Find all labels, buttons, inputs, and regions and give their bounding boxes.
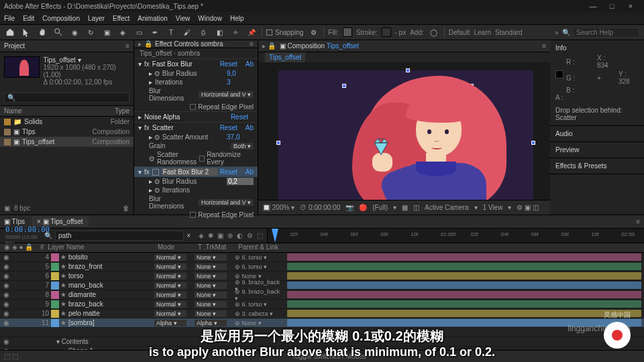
snapping-toggle[interactable]: Snapping xyxy=(266,29,303,36)
view-dropdown[interactable]: 1 View xyxy=(483,204,503,211)
menu-composition[interactable]: Composition xyxy=(42,15,80,22)
blur-dim2-dropdown[interactable]: Horizontal and V ▾ xyxy=(199,199,254,206)
randomize-checkbox[interactable]: Randomize Every xyxy=(199,151,254,166)
menu-view[interactable]: View xyxy=(176,15,191,22)
viewer-opts-icon[interactable]: ⚙ ▣ ◫ xyxy=(517,204,539,211)
layer-row[interactable]: ◉ 7★ mano_back Normal ▾ None ▾ ⊚ 9. braz… xyxy=(0,281,644,290)
menu-effect[interactable]: Effect xyxy=(113,15,129,22)
timeline-tab-tips[interactable]: ▣ TIps xyxy=(4,218,25,225)
effect-controls-tab[interactable]: Effect Controls sombra xyxy=(155,40,223,48)
playhead[interactable] xyxy=(272,229,278,243)
fx-title-noise-alpha[interactable]: ▸Noise AlphaReset xyxy=(134,112,258,122)
timecode[interactable]: 0:00:00:00 xyxy=(0,225,40,234)
reset-link[interactable]: Reset xyxy=(220,60,237,68)
menu-layer[interactable]: Layer xyxy=(88,15,105,22)
project-row-tips-offset[interactable]: ▣Tips_offsetComposition xyxy=(0,137,133,147)
camera-tool-icon[interactable]: ▣ xyxy=(101,26,113,38)
viewer-canvas[interactable] xyxy=(258,62,550,200)
blur-dim-dropdown[interactable]: Horizontal and V ▾ xyxy=(199,91,254,98)
preview-panel-tab[interactable]: Preview xyxy=(550,142,644,158)
clear-search-icon[interactable]: × xyxy=(186,232,191,239)
workspace-default[interactable]: Default xyxy=(449,29,470,36)
menu-edit[interactable]: Edit xyxy=(23,15,34,22)
effects-presets-panel-tab[interactable]: Effects & Presets xyxy=(550,158,644,174)
stroke-swatch[interactable] xyxy=(382,27,391,37)
clone-tool-icon[interactable]: ⎙ xyxy=(197,26,209,38)
project-thumb[interactable] xyxy=(4,56,40,78)
close-button[interactable]: × xyxy=(621,2,640,10)
layer-row[interactable]: ◉ 6★ torso Normal ▾ None ▾ ⊚ None ▾ xyxy=(0,272,644,281)
repeat-edge2-checkbox[interactable]: Repeat Edge Pixel xyxy=(190,211,254,219)
channel-icon[interactable]: 🔴 xyxy=(359,204,367,211)
project-search-input[interactable] xyxy=(4,93,129,103)
pan-behind-tool-icon[interactable]: ◈ xyxy=(117,26,129,38)
camera-dropdown[interactable]: Active Camera xyxy=(425,204,469,211)
menu-help[interactable]: Help xyxy=(230,15,244,22)
tl-icon[interactable]: ⊕ xyxy=(227,232,233,239)
project-tab[interactable]: Project xyxy=(4,42,25,50)
res-dropdown[interactable]: (Full) xyxy=(372,204,388,211)
workspace-learn[interactable]: Learn xyxy=(474,29,491,36)
orbit-tool-icon[interactable]: ◉ xyxy=(68,26,80,38)
tl-icon[interactable]: ⚙ xyxy=(247,232,253,239)
panel-menu-icon[interactable]: ≡ xyxy=(125,42,129,50)
brush-tool-icon[interactable]: 🖌 xyxy=(181,26,193,38)
panel-menu-icon[interactable]: ≡ xyxy=(636,218,640,225)
col-name[interactable]: Name xyxy=(4,107,115,115)
tl-icon[interactable]: ✱ xyxy=(208,232,213,239)
layer-row[interactable]: ◉ 8★ diamante Normal ▾ None ▾ ⊚ 9. brazo… xyxy=(0,290,644,300)
layer-row[interactable]: ◉ 5★ brazo_front Normal ▾ None ▾ ⊚ 6. to… xyxy=(0,262,644,272)
fx-title-fastboxblur2[interactable]: ▾fxFast Box Blur 2ResetAb xyxy=(134,167,258,177)
bpc-label[interactable]: 8 bpc xyxy=(14,204,30,212)
viewer-crumb[interactable]: Tips_offset xyxy=(265,52,305,62)
frame-blend-icon[interactable]: ⬚ ⬚ xyxy=(4,353,18,360)
maximize-button[interactable]: □ xyxy=(602,2,621,10)
workspace-standard[interactable]: Standard xyxy=(495,29,523,36)
fill-swatch[interactable] xyxy=(343,27,352,37)
selection-tool-icon[interactable] xyxy=(20,26,32,38)
pen-tool-icon[interactable]: ✒ xyxy=(149,26,161,38)
tl-icon[interactable]: ▣ xyxy=(217,232,223,239)
menu-file[interactable]: File xyxy=(4,15,15,22)
grain-dropdown[interactable]: Both ▾ xyxy=(231,143,254,149)
trash-icon[interactable]: 🗑 xyxy=(123,204,129,212)
home-icon[interactable] xyxy=(4,26,16,38)
interpret-icon[interactable]: ▣ xyxy=(4,204,10,212)
tl-icon[interactable]: ◐ xyxy=(237,232,243,239)
lock-icon[interactable]: 🔒 xyxy=(144,40,152,48)
fx-title-scatter[interactable]: ▾fxScatterResetAb xyxy=(134,123,258,133)
panel-menu-icon[interactable]: ≡ xyxy=(542,42,546,50)
stroke-px[interactable]: - px xyxy=(395,29,407,36)
menu-animation[interactable]: Animation xyxy=(138,15,167,22)
col-type[interactable]: Type xyxy=(115,107,129,115)
panel-menu-icon[interactable]: ≡ xyxy=(250,40,254,48)
eraser-tool-icon[interactable]: ◧ xyxy=(213,26,225,38)
zoom-dropdown[interactable]: 🔲 200% ▾ xyxy=(262,204,294,211)
text-tool-icon[interactable]: T xyxy=(165,26,177,38)
add-dropdown-icon[interactable]: ◯ xyxy=(428,26,440,38)
tl-icon[interactable]: ⬚ xyxy=(257,232,263,239)
snapshot-icon[interactable]: 📷 xyxy=(345,204,354,211)
audio-panel-tab[interactable]: Audio xyxy=(550,126,644,142)
search-help-input[interactable] xyxy=(573,27,640,38)
blur-radius2-value[interactable]: 0,2 xyxy=(227,178,254,185)
puppet-tool-icon[interactable]: 📌 xyxy=(246,26,258,38)
repeat-edge-checkbox[interactable]: Repeat Edge Pixel xyxy=(190,103,254,111)
project-row-solids[interactable]: 📁SolidsFolder xyxy=(0,117,133,127)
mask-icon[interactable]: ◫ xyxy=(413,204,419,211)
fx-title-fastboxblur[interactable]: ▾fxFast Box BlurResetAb xyxy=(134,59,258,69)
blur-radius-value[interactable]: 9,0 xyxy=(227,70,254,77)
grid-icon[interactable]: ▦ xyxy=(402,204,408,211)
menu-window[interactable]: Window xyxy=(198,15,222,22)
layer-row[interactable]: ◉ 9★ brazo_back Normal ▾ None ▾ ⊚ 6. tor… xyxy=(0,300,644,309)
layer-sub-row[interactable]: ◉▾ Contents xyxy=(0,337,644,347)
tl-icon[interactable]: ◈ xyxy=(199,232,204,239)
time-ruler[interactable]: 02f 04f 06f 08f 10f 01:00f 02f 04f 06f 0… xyxy=(267,229,644,243)
iterations-value[interactable]: 3 xyxy=(227,78,254,86)
zoom-tool-icon[interactable] xyxy=(52,26,64,38)
viewer-tab[interactable]: ▣ Composition Tips_offset xyxy=(280,42,359,50)
rotate-tool-icon[interactable]: ↻ xyxy=(85,26,97,38)
layer-row[interactable]: ◉ 10★ pelo matte Normal ▾ None ▾ ⊚ 3. ca… xyxy=(0,309,644,318)
layer-row[interactable]: ◉ 11★ [sombra] Alpha ▾ Alpha ▾ ⊚ None ▾ xyxy=(0,318,644,328)
scatter-amount-value[interactable]: 37,0 xyxy=(227,133,254,141)
